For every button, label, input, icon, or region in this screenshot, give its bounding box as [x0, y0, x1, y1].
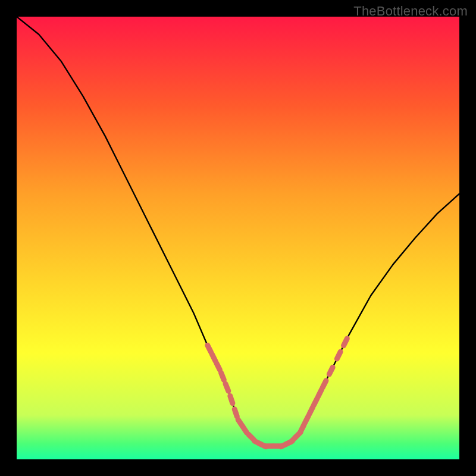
svg-line-1 — [212, 354, 215, 361]
svg-line-22 — [318, 390, 322, 397]
svg-line-4 — [226, 384, 228, 391]
svg-line-21 — [314, 398, 317, 405]
svg-line-3 — [221, 372, 224, 380]
svg-line-0 — [208, 345, 211, 352]
svg-line-2 — [217, 363, 220, 370]
svg-line-25 — [337, 352, 340, 359]
svg-line-23 — [322, 381, 326, 388]
bottleneck-chart — [17, 17, 459, 459]
svg-line-5 — [230, 396, 233, 403]
svg-line-24 — [329, 367, 333, 374]
svg-line-19 — [305, 416, 308, 423]
svg-line-18 — [300, 425, 304, 432]
gradient-background — [17, 17, 459, 459]
chart-frame — [17, 17, 459, 459]
svg-line-6 — [234, 409, 237, 416]
svg-line-8 — [243, 426, 247, 433]
svg-line-20 — [309, 407, 313, 414]
svg-line-26 — [344, 339, 347, 346]
